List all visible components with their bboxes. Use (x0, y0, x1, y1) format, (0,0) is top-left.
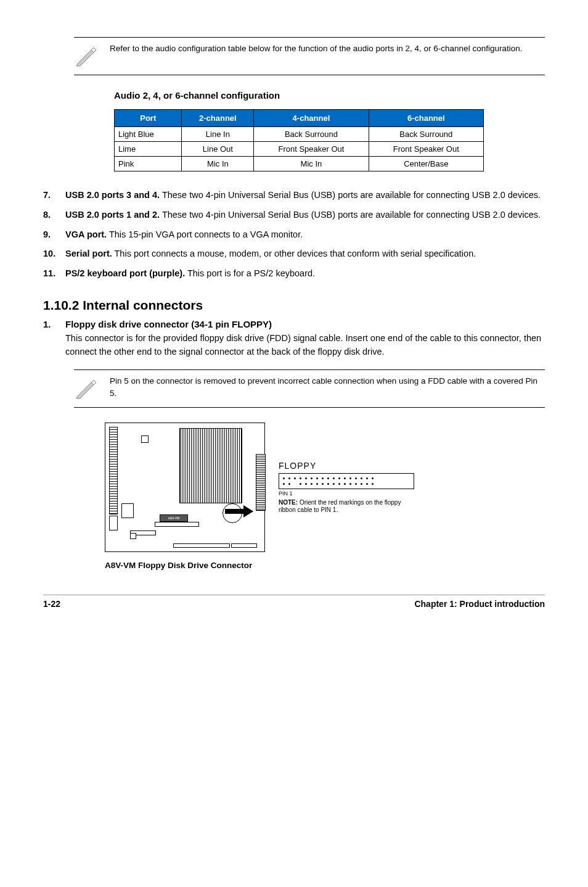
note-text: Pin 5 on the connector is removed to pre… (110, 375, 545, 399)
section-heading: 1.10.2 Internal connectors (43, 298, 545, 313)
audio-config-heading: Audio 2, 4, or 6-channel configuration (114, 90, 545, 101)
floppy-connector-detail: FLOPPY PIN 1 NOTE: Orient the red markin… (279, 461, 414, 514)
list-item: 9. VGA port. This 15-pin VGA port connec… (43, 228, 545, 242)
orientation-note: NOTE: Orient the red markings on the flo… (279, 499, 414, 514)
list-item: 8. USB 2.0 ports 1 and 2. These two 4-pi… (43, 208, 545, 222)
table-header: Port (115, 110, 182, 127)
port-description-list: 7. USB 2.0 ports 3 and 4. These two 4-pi… (43, 189, 545, 281)
table-header: 6-channel (369, 110, 483, 127)
floppy-figure: A8V-VM FLOPPY PIN 1 NOTE: Orient the red… (105, 423, 545, 570)
note-audio-config: Refer to the audio configuration table b… (74, 37, 545, 75)
connector-label: FLOPPY (279, 461, 414, 471)
pencil-icon (74, 43, 99, 70)
note-text: Refer to the audio configuration table b… (110, 43, 545, 55)
pencil-icon (74, 375, 99, 402)
table-row: Light Blue Line In Back Surround Back Su… (115, 127, 484, 142)
internal-connectors-list: 1. Floppy disk drive connector (34-1 pin… (43, 319, 545, 359)
list-item: 11. PS/2 keyboard port (purple). This po… (43, 267, 545, 281)
page-footer: 1-22 Chapter 1: Product introduction (43, 595, 545, 609)
table-header: 2-channel (182, 110, 254, 127)
list-item: 10. Serial port. This port connects a mo… (43, 247, 545, 261)
board-label: A8V-VM (160, 514, 188, 522)
table-row: Pink Mic In Mic In Center/Base (115, 157, 484, 171)
list-item: 7. USB 2.0 ports 3 and 4. These two 4-pi… (43, 189, 545, 202)
audio-config-table: Port 2-channel 4-channel 6-channel Light… (114, 109, 484, 171)
arrow-icon (225, 505, 253, 518)
page-number: 1-22 (43, 599, 60, 609)
list-item: 1. Floppy disk drive connector (34-1 pin… (43, 319, 545, 359)
note-pin5: Pin 5 on the connector is removed to pre… (74, 369, 545, 408)
figure-caption: A8V-VM Floppy Disk Drive Connector (105, 561, 545, 570)
table-row: Lime Line Out Front Speaker Out Front Sp… (115, 142, 484, 157)
chapter-title: Chapter 1: Product introduction (414, 599, 545, 609)
pin1-label: PIN 1 (279, 490, 414, 497)
motherboard-diagram: A8V-VM (105, 423, 265, 552)
table-header: 4-channel (254, 110, 369, 127)
connector-icon (279, 473, 414, 489)
